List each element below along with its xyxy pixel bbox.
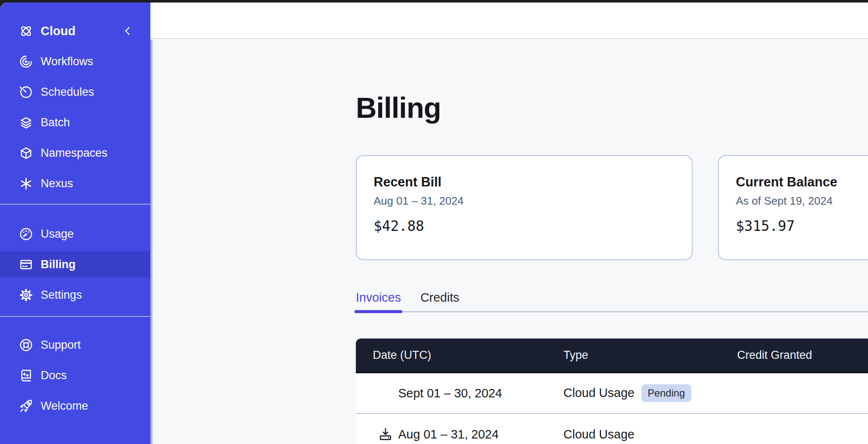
sidebar-edge-divider (150, 40, 153, 444)
chevron-left-icon[interactable] (122, 25, 133, 36)
sidebar-item-support[interactable]: Support (0, 332, 150, 358)
workflows-spiral-icon (19, 55, 33, 69)
sidebar-item-label: Welcome (41, 400, 88, 413)
column-header-type: Type (563, 349, 737, 362)
support-lifebuoy-icon (19, 338, 33, 352)
summary-cards: Recent Bill Aug 01 – 31, 2024 $42.88 Cur… (356, 155, 868, 260)
main-area: Billing Recent Bill Aug 01 – 31, 2024 $4… (150, 3, 868, 444)
settings-gear-icon (19, 288, 33, 302)
table-body: Sept 01 – 30, 2024 Cloud Usage Pending (356, 373, 868, 444)
sidebar-item-welcome[interactable]: Welcome (0, 393, 150, 419)
status-badge: Pending (641, 384, 691, 402)
sidebar-item-settings[interactable]: Settings (0, 282, 150, 308)
card-subtitle: Aug 01 – 31, 2024 (374, 194, 675, 208)
sidebar-item-label: Workflows (41, 55, 93, 68)
tab-credits[interactable]: Credits (420, 291, 459, 311)
sidebar-item-label: Support (41, 339, 81, 352)
sidebar-brand-cloud[interactable]: Cloud (0, 18, 150, 44)
sidebar-item-label: Nexus (41, 177, 73, 190)
invoice-date: Sept 01 – 30, 2024 (398, 386, 502, 400)
sidebar-divider (0, 204, 150, 205)
invoice-type-cell: Cloud Usage Pending (563, 384, 737, 402)
invoices-table: Date (UTC) Type Credit Granted Sept 01 –… (356, 339, 868, 444)
download-invoice-icon[interactable] (378, 427, 393, 442)
card-title: Recent Bill (374, 175, 675, 190)
card-subtitle: As of Sept 19, 2024 (736, 194, 868, 208)
docs-book-icon (19, 369, 33, 383)
icon-spacer (378, 386, 393, 401)
card-amount: $315.97 (736, 218, 868, 234)
column-header-date: Date (UTC) (356, 349, 563, 362)
column-header-credit-granted: Credit Granted (737, 349, 868, 362)
page-title: Billing (356, 93, 868, 122)
sidebar-item-schedules[interactable]: Schedules (0, 79, 150, 105)
invoice-date-cell: Sept 01 – 30, 2024 (356, 386, 563, 401)
billing-page: Billing Recent Bill Aug 01 – 31, 2024 $4… (150, 39, 868, 444)
recent-bill-card: Recent Bill Aug 01 – 31, 2024 $42.88 (356, 155, 693, 260)
sidebar-divider (0, 316, 150, 317)
namespaces-cube-icon (19, 146, 33, 160)
sidebar-brand-label: Cloud (41, 24, 75, 38)
sidebar-item-label: Batch (41, 116, 70, 129)
sidebar-item-billing[interactable]: Billing (0, 251, 150, 278)
sidebar-item-docs[interactable]: Docs (0, 362, 150, 388)
table-row: Sept 01 – 30, 2024 Cloud Usage Pending (356, 373, 868, 414)
invoice-date-cell: Aug 01 – 31, 2024 (356, 427, 563, 442)
card-title: Current Balance (736, 175, 868, 190)
usage-gauge-icon (19, 227, 33, 241)
sidebar-item-label: Docs (41, 369, 67, 382)
card-amount: $42.88 (374, 218, 675, 234)
temporal-logo-icon (19, 24, 33, 38)
top-bar (150, 3, 868, 39)
schedules-clock-icon (19, 85, 33, 99)
tab-invoices[interactable]: Invoices (356, 291, 401, 311)
invoice-type: Cloud Usage (563, 386, 635, 400)
sidebar-item-usage[interactable]: Usage (0, 221, 150, 247)
invoice-type: Cloud Usage (563, 427, 635, 441)
sidebar-item-label: Usage (41, 228, 74, 241)
sidebar-item-nexus[interactable]: Nexus (0, 170, 150, 197)
batch-layers-icon (19, 116, 33, 130)
sidebar-item-namespaces[interactable]: Namespaces (0, 140, 150, 166)
sidebar-item-workflows[interactable]: Workflows (0, 48, 150, 75)
sidebar-item-label: Settings (41, 289, 82, 302)
app-window: Cloud Workflows (0, 3, 868, 444)
invoice-date: Aug 01 – 31, 2024 (398, 427, 499, 441)
sidebar: Cloud Workflows (0, 3, 150, 444)
sidebar-item-label: Namespaces (41, 147, 108, 160)
current-balance-card: Current Balance As of Sept 19, 2024 $315… (718, 155, 868, 260)
sidebar-item-label: Schedules (41, 86, 94, 99)
sidebar-item-label: Billing (41, 258, 76, 271)
invoice-type-cell: Cloud Usage (563, 427, 737, 441)
welcome-rocket-icon (19, 399, 33, 413)
table-header-row: Date (UTC) Type Credit Granted (356, 339, 868, 373)
nexus-asterisk-icon (19, 177, 33, 191)
sidebar-item-batch[interactable]: Batch (0, 109, 150, 136)
billing-tabs: Invoices Credits (356, 291, 868, 312)
billing-card-icon (19, 258, 33, 272)
table-row: Aug 01 – 31, 2024 Cloud Usage (356, 414, 868, 444)
